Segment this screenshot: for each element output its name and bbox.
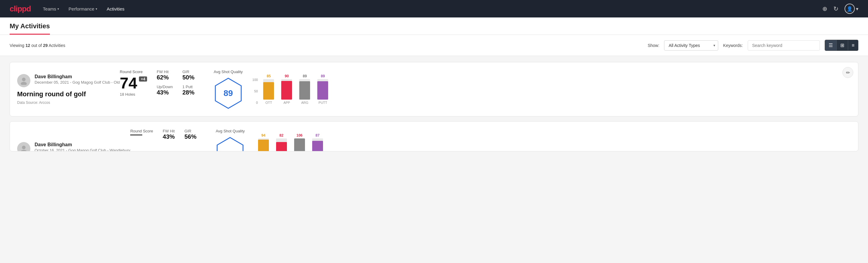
oneputt-item: 1 Putt 28% (182, 85, 194, 96)
updown-item: Up/Down 43% (157, 85, 173, 96)
bar-arg-label: ARG (301, 101, 309, 105)
bar-app-fill (281, 81, 292, 99)
list-compact-icon: ☰ (829, 42, 833, 48)
svg-point-0 (22, 78, 26, 81)
refresh-button[interactable]: ↻ (833, 5, 839, 12)
avatar-chevron-icon: ▾ (856, 6, 858, 12)
search-input[interactable] (748, 40, 820, 51)
bar-app-wrapper (281, 79, 292, 99)
bar-app-2: 82 APP (273, 133, 290, 152)
round-score-label-2: Round Score (130, 129, 153, 133)
view-toggle-group: ☰ ⊞ ≡ (825, 40, 858, 51)
logo: clippd (10, 4, 31, 13)
hexagon-container: Avg Shot Quality 89 (214, 69, 243, 109)
grid-icon: ⊞ (840, 42, 844, 48)
holes-count: 18 Holes (120, 92, 147, 96)
bar-ott-2: 94 OTT (254, 133, 273, 152)
user-name-2: Dave Billingham (35, 142, 130, 147)
bar-ott-wrapper (263, 79, 274, 99)
bar-ott-fill (263, 82, 274, 99)
avg-shot-quality-section: Avg Shot Quality 89 100 (214, 69, 332, 109)
svg-marker-5 (217, 138, 243, 151)
teams-chevron-icon: ▾ (57, 7, 59, 10)
bar-arg-wrapper (299, 79, 310, 99)
activity-type-selector[interactable]: All Activity Types Round Practice ▾ (664, 40, 718, 51)
activity-card: ✏ Dave Billingham December 05, 2021 - Go… (10, 62, 858, 116)
card-user-info: Dave Billingham December 05, 2021 - Gog … (35, 74, 120, 85)
chart-y-labels: 100 50 0 (252, 78, 258, 105)
user-name: Dave Billingham (35, 74, 120, 80)
bar-putt-fill (317, 81, 328, 99)
bar-app-label: APP (283, 101, 290, 105)
bar-arg-value: 89 (303, 74, 307, 78)
bar-app: 90 APP (278, 74, 296, 105)
card-left-2: Dave Billingham October 16, 2021 - Gog M… (17, 142, 130, 152)
avatar: 👤 (844, 4, 855, 14)
bar-putt-value-2: 87 (315, 133, 319, 138)
stat-pair-left: FW Hit 62% Up/Down 43% (157, 69, 173, 96)
avatar (17, 74, 30, 87)
stat-pair-right-2: GIR 56% (184, 129, 196, 140)
nav-performance[interactable]: Performance ▾ (69, 6, 97, 11)
date-location-2: October 16, 2021 - Gog Magog Golf Club -… (35, 148, 130, 152)
bar-putt: 89 PUTT (314, 74, 332, 105)
view-list-compact-button[interactable]: ☰ (825, 40, 836, 51)
list-full-icon: ≡ (852, 43, 855, 48)
main-content: ✏ Dave Billingham December 05, 2021 - Go… (0, 56, 868, 162)
nav-teams[interactable]: Teams ▾ (43, 6, 59, 11)
show-label: Show: (648, 43, 659, 48)
card-stats: Round Score 74 +4 18 Holes FW Hit 62% (120, 69, 332, 109)
add-button[interactable]: ⊕ (822, 5, 828, 12)
stat-pairs-2: FW Hit 43% GIR 56% (163, 129, 196, 140)
fw-hit-item: FW Hit 62% (157, 69, 173, 81)
bar-chart-container: 100 50 0 85 (252, 74, 332, 105)
avg-shot-quality-label: Avg Shot Quality (214, 69, 243, 74)
round-score-group: Round Score 74 +4 18 Holes (120, 69, 147, 96)
bar-ott-value: 85 (267, 74, 271, 78)
date-location: December 05, 2021 - Gog Magog Golf Club … (35, 80, 120, 85)
avatar-button[interactable]: 👤 ▾ (844, 4, 858, 14)
stat-pair-left-2: FW Hit 43% (163, 129, 175, 140)
bar-arg-fill (299, 81, 310, 99)
navbar-right: ⊕ ↻ 👤 ▾ (822, 4, 858, 14)
round-score-label: Round Score (120, 69, 147, 74)
bar-putt-wrapper (317, 79, 328, 99)
card-left: Dave Billingham December 05, 2021 - Gog … (17, 74, 120, 105)
view-list-full-button[interactable]: ≡ (848, 40, 858, 51)
round-score-value: 74 +4 (120, 75, 147, 91)
card-top-2: Dave Billingham October 16, 2021 - Gog M… (17, 142, 130, 152)
activity-card-2: Dave Billingham October 16, 2021 - Gog M… (10, 121, 858, 151)
nav-activities[interactable]: Activities (107, 6, 125, 11)
hexagon-container-2: Avg Shot Quality (216, 129, 245, 151)
round-score-group-2: Round Score (130, 129, 153, 136)
data-source: Data Source: Arccos (17, 100, 120, 105)
bar-putt-value: 89 (321, 74, 325, 78)
card-top: Dave Billingham December 05, 2021 - Gog … (17, 74, 120, 87)
avg-shot-quality-label-2: Avg Shot Quality (216, 129, 245, 133)
edit-button[interactable]: ✏ (842, 67, 853, 78)
bar-putt-label: PUTT (318, 101, 327, 105)
keywords-label: Keywords: (723, 43, 743, 48)
bar-app-value: 90 (285, 74, 289, 78)
gir-item: GIR 50% (182, 69, 194, 81)
svg-point-3 (22, 146, 26, 149)
avatar-2 (17, 142, 30, 152)
bar-app-value-2: 82 (279, 133, 283, 138)
viewing-count-text: Viewing 12 out of 29 Activities (10, 43, 65, 48)
page-header: My Activities (0, 18, 868, 35)
svg-point-1 (21, 82, 27, 85)
bar-chart-container-2: 94 OTT 82 APP 106 (254, 134, 327, 152)
hexagon: 89 (215, 78, 242, 109)
view-grid-button[interactable]: ⊞ (836, 40, 848, 51)
card-user-info-2: Dave Billingham October 16, 2021 - Gog M… (35, 142, 130, 152)
svg-point-4 (21, 150, 27, 152)
score-badge: +4 (139, 77, 147, 82)
bar-arg-2: 106 ARG (290, 133, 309, 152)
activity-title: Morning round of golf (17, 90, 120, 98)
activity-type-select[interactable]: All Activity Types Round Practice (664, 40, 718, 51)
hexagon-2 (217, 137, 244, 151)
navbar: clippd Teams ▾ Performance ▾ Activities … (0, 0, 868, 18)
card-stats-2: Round Score FW Hit 43% GIR 56% (130, 129, 327, 151)
page-title: My Activities (10, 22, 50, 35)
stat-pair-right: GIR 50% 1 Putt 28% (182, 69, 194, 96)
